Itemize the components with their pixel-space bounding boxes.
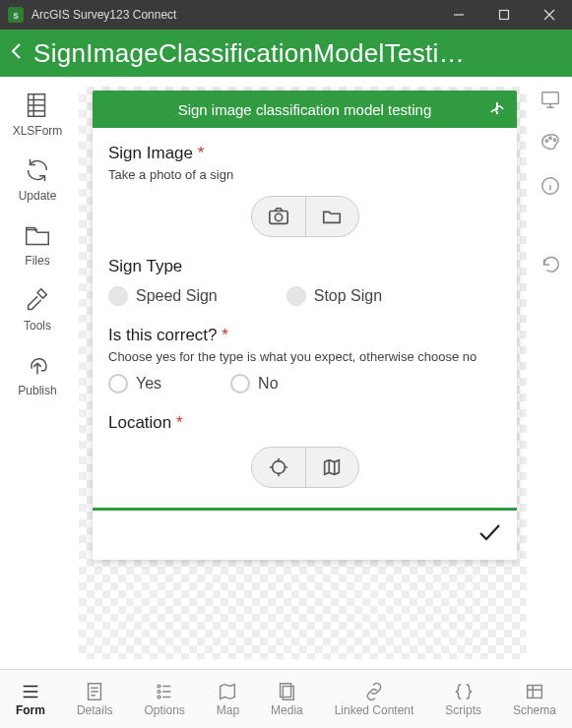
required-star: * xyxy=(176,413,183,432)
map-button[interactable] xyxy=(305,448,358,487)
check-icon xyxy=(476,518,503,546)
tab-label: Media xyxy=(271,704,303,717)
svg-rect-0 xyxy=(500,11,509,20)
svg-point-2 xyxy=(496,112,498,114)
tab-label: Scripts xyxy=(445,704,481,717)
q-hint: Take a photo of a sign xyxy=(108,167,501,182)
tab-scripts[interactable]: Scripts xyxy=(445,681,481,717)
form-preview-card: Sign image classification model testing … xyxy=(93,91,517,560)
radio-label: Speed Sign xyxy=(136,287,218,305)
svg-point-12 xyxy=(158,685,160,688)
camera-icon xyxy=(267,206,290,227)
sidebar-label: XLSForm xyxy=(13,124,63,138)
locate-button[interactable] xyxy=(252,448,305,487)
radio-label: Yes xyxy=(136,375,161,393)
radio-dot-icon xyxy=(286,286,306,306)
right-command-bar xyxy=(529,77,572,279)
window-titlebar: s ArcGIS Survey123 Connect xyxy=(0,0,572,30)
radio-dot-icon xyxy=(108,374,128,394)
header-bar: SignImageClassificationModelTesti… xyxy=(0,30,572,77)
q-label: Location xyxy=(108,413,171,432)
sidebar-label: Publish xyxy=(18,384,56,397)
sidebar-item-update[interactable]: Update xyxy=(19,155,57,203)
svg-point-9 xyxy=(553,139,555,141)
sidebar-item-tools[interactable]: Tools xyxy=(23,285,52,333)
signal-icon xyxy=(487,98,507,121)
svg-rect-17 xyxy=(528,685,542,698)
form-title: Sign image classification model testing xyxy=(178,101,432,118)
submit-button[interactable] xyxy=(476,518,503,550)
tab-label: Options xyxy=(144,704,184,717)
radio-label: No xyxy=(258,375,278,393)
sidebar-item-xlsform[interactable]: XLSForm xyxy=(13,91,63,138)
sidebar-label: Update xyxy=(19,189,57,203)
back-button[interactable] xyxy=(8,40,33,66)
tab-options[interactable]: Options xyxy=(144,681,184,717)
tab-label: Map xyxy=(217,704,239,717)
left-sidebar: XLSForm Update Files Tools Publish xyxy=(0,77,75,728)
folder-icon xyxy=(320,206,344,227)
svg-point-7 xyxy=(545,140,547,142)
required-star: * xyxy=(222,326,228,344)
tab-label: Details xyxy=(77,704,113,717)
question-sign-image: Sign Image * Take a photo of a sign xyxy=(108,144,501,237)
question-sign-type: Sign Type Speed Sign Stop Sign xyxy=(108,257,501,306)
style-button[interactable] xyxy=(540,132,561,157)
map-icon xyxy=(320,456,344,478)
q-hint: Choose yes for the type is what you expe… xyxy=(108,349,501,364)
svg-point-14 xyxy=(158,696,160,698)
radio-label: Stop Sign xyxy=(314,287,382,305)
radio-stop-sign[interactable]: Stop Sign xyxy=(286,286,382,306)
info-button[interactable] xyxy=(540,175,561,201)
radio-dot-icon xyxy=(230,374,250,394)
svg-rect-6 xyxy=(542,92,559,104)
undo-button[interactable] xyxy=(540,254,561,279)
window-maximize-button[interactable] xyxy=(481,0,527,30)
question-is-correct: Is this correct? * Choose yes for the ty… xyxy=(108,326,501,394)
sidebar-item-publish[interactable]: Publish xyxy=(18,350,56,397)
radio-dot-icon xyxy=(108,286,128,306)
tab-details[interactable]: Details xyxy=(77,681,113,717)
app-logo-icon: s xyxy=(8,7,24,23)
bottom-tab-bar: Form Details Options Map Media Linked Co… xyxy=(0,669,572,728)
tab-form[interactable]: Form xyxy=(16,681,45,717)
tab-schema[interactable]: Schema xyxy=(513,681,556,717)
svg-point-8 xyxy=(549,137,551,139)
device-preview-button[interactable] xyxy=(540,89,561,114)
q-label: Sign Image xyxy=(108,144,193,162)
folder-button[interactable] xyxy=(305,197,358,236)
form-header: Sign image classification model testing xyxy=(93,91,517,128)
tab-linked-content[interactable]: Linked Content xyxy=(335,681,414,717)
image-input-pill xyxy=(251,196,359,237)
location-input-pill xyxy=(251,447,359,488)
sidebar-item-files[interactable]: Files xyxy=(23,220,52,268)
camera-button[interactable] xyxy=(252,197,305,236)
tab-label: Schema xyxy=(513,704,556,717)
radio-yes[interactable]: Yes xyxy=(108,374,161,394)
window-title: ArcGIS Survey123 Connect xyxy=(32,8,176,22)
window-minimize-button[interactable] xyxy=(436,0,481,30)
tab-label: Form xyxy=(16,704,45,717)
tab-map[interactable]: Map xyxy=(217,681,239,717)
radio-no[interactable]: No xyxy=(230,374,278,394)
crosshair-icon xyxy=(267,456,290,478)
survey-title: SignImageClassificationModelTesti… xyxy=(33,38,564,69)
tab-label: Linked Content xyxy=(335,704,414,717)
svg-point-4 xyxy=(275,213,282,220)
required-star: * xyxy=(198,144,205,162)
question-location: Location * xyxy=(108,413,501,488)
q-label: Sign Type xyxy=(108,257,182,275)
sidebar-label: Tools xyxy=(24,319,51,333)
tab-media[interactable]: Media xyxy=(271,681,303,717)
svg-point-13 xyxy=(158,691,160,694)
window-close-button[interactable] xyxy=(527,0,572,30)
svg-point-5 xyxy=(272,461,285,474)
radio-speed-sign[interactable]: Speed Sign xyxy=(108,286,218,306)
q-label: Is this correct? xyxy=(108,326,218,344)
sidebar-label: Files xyxy=(25,254,49,268)
